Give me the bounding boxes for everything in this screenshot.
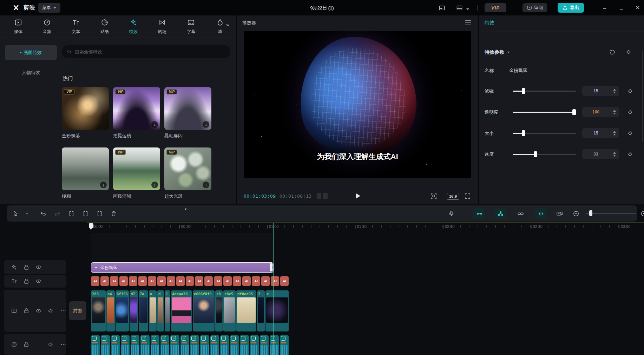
eye-icon[interactable] (35, 264, 42, 270)
category-scene-effects[interactable]: 画面特效 (5, 45, 57, 60)
export-button[interactable]: 导出 (558, 3, 584, 13)
tab-sticker[interactable]: 贴纸 (92, 15, 117, 38)
aspect-ratio-button[interactable]: 16:9 (447, 193, 459, 200)
keyframe-pack-button[interactable] (494, 208, 506, 219)
eye-icon[interactable] (35, 308, 42, 314)
video-clip[interactable]: 4deaa30 (171, 290, 192, 331)
frame-step-icon[interactable] (317, 193, 321, 199)
keyframe-diamond-icon[interactable] (626, 150, 634, 158)
player-menu-icon[interactable] (465, 20, 471, 25)
download-icon[interactable]: ↓ (203, 182, 209, 188)
video-clip[interactable]: 283 (91, 290, 106, 331)
redo-button[interactable] (52, 209, 62, 218)
effect-card[interactable]: VIP ↓ 摇晃运镜 (113, 87, 160, 139)
audio-clip[interactable]: ♫ (140, 335, 149, 355)
audio-clip[interactable]: ♫ (240, 335, 249, 355)
review-button[interactable]: 审阅 (523, 3, 547, 12)
keyframe-diamond-icon[interactable] (626, 108, 634, 116)
preview-quality-icon[interactable] (431, 193, 437, 201)
split-right-button[interactable] (94, 209, 104, 218)
video-clip[interactable]: a (149, 290, 157, 331)
search-input[interactable] (75, 49, 225, 54)
text-clip[interactable]: AI (100, 276, 109, 286)
zoom-fit-button[interactable] (638, 208, 644, 219)
playhead-pin[interactable] (89, 223, 93, 228)
text-clip[interactable]: AI (148, 276, 156, 286)
text-clip[interactable]: AI (167, 276, 175, 286)
audio-clip[interactable]: ♫ (131, 335, 139, 355)
effect-card[interactable]: VIP ↓ 超大光斑 (164, 147, 211, 199)
slider-thumb[interactable] (534, 151, 537, 157)
effect-params-header[interactable]: 特效参数 (485, 49, 510, 55)
text-clip[interactable]: AI (129, 276, 137, 286)
download-icon[interactable]: ↓ (151, 121, 158, 128)
auto-snap-button[interactable] (473, 208, 485, 219)
audio-clip[interactable]: ♫ (250, 335, 259, 355)
download-icon[interactable]: ↓ (151, 182, 158, 188)
tab-filter[interactable]: 滤 (207, 15, 232, 38)
audio-clip[interactable]: ♫ (210, 335, 219, 355)
fullscreen-icon[interactable] (464, 193, 471, 201)
keyframe-diamond-icon[interactable] (624, 48, 633, 56)
text-clip[interactable]: AI (242, 276, 251, 286)
clip-extend-icon[interactable]: › (185, 206, 186, 211)
audio-clip[interactable]: ♫ (200, 335, 209, 355)
keyframe-diamond-icon[interactable] (626, 129, 634, 137)
video-clip[interactable]: df0ed95 (236, 290, 256, 331)
eye-icon[interactable] (35, 278, 42, 284)
zoom-slider-thumb[interactable] (589, 210, 592, 216)
slider-size[interactable] (513, 133, 576, 134)
timeline-ruler[interactable]: 00:0000:3001:0001:3002:0002:3003:00 (0, 222, 644, 233)
tab-captions[interactable]: 字幕 (178, 15, 204, 38)
slider-value[interactable]: 15 (582, 128, 610, 138)
audio-clip[interactable]: ♫ (121, 335, 130, 355)
effect-card[interactable]: VIP 金粉飘落 (62, 87, 109, 139)
text-clip[interactable]: AI (186, 276, 194, 286)
lock-icon[interactable] (23, 264, 29, 270)
maximize-button[interactable] (618, 4, 625, 11)
slider-thumb[interactable] (572, 109, 576, 115)
display-mode-icon[interactable] (438, 4, 446, 12)
stepper[interactable] (610, 86, 619, 96)
stepper[interactable] (610, 128, 619, 138)
workspace-layout-icon[interactable] (455, 4, 464, 12)
video-clip[interactable]: e4 (106, 290, 115, 331)
speaker-icon[interactable] (48, 341, 54, 348)
slider-value[interactable]: 33 (582, 149, 610, 159)
video-clip[interactable]: 1 (165, 290, 170, 331)
video-clip[interactable]: 6f156 (116, 290, 129, 331)
download-icon[interactable]: ↓ (203, 121, 209, 128)
effect-card[interactable]: ↓ 模糊 (62, 147, 109, 199)
split-left-button[interactable] (80, 209, 90, 218)
audio-clip[interactable]: ♫ (180, 335, 189, 355)
linkage-button[interactable] (514, 208, 526, 219)
dots-icon[interactable] (60, 341, 66, 348)
search-box[interactable] (62, 45, 230, 58)
audio-clip[interactable]: ♫ (190, 335, 199, 355)
minimize-button[interactable]: – (601, 4, 608, 11)
speaker-icon[interactable] (48, 308, 54, 314)
dots-icon[interactable] (60, 308, 66, 314)
frame-step-icon[interactable] (323, 193, 328, 199)
split-button[interactable] (66, 209, 76, 218)
tab-text[interactable]: 文本 (63, 15, 88, 38)
category-person-effects[interactable]: 人物特效 (5, 65, 57, 80)
text-clip[interactable]: AI (157, 276, 166, 286)
lock-icon[interactable] (23, 278, 29, 284)
audio-clip[interactable]: ♫ (160, 335, 169, 355)
undo-button[interactable] (38, 209, 48, 218)
text-clip[interactable]: AI (204, 276, 213, 286)
slider-speed[interactable] (513, 154, 576, 155)
audio-clip[interactable]: ♫ (220, 335, 229, 355)
text-clip[interactable]: AI (280, 276, 289, 286)
layout-caret-icon[interactable] (466, 8, 469, 12)
select-tool-button[interactable] (11, 209, 20, 218)
more-tabs-icon[interactable]: » (226, 22, 228, 28)
slider-thumb[interactable] (522, 88, 525, 94)
download-icon[interactable]: ↓ (100, 182, 107, 188)
audio-clip[interactable]: ♫ (280, 335, 289, 355)
audio-clip[interactable]: ♫ (151, 335, 159, 355)
audio-clip[interactable]: ♫ (101, 335, 110, 355)
zoom-out-button[interactable] (570, 208, 582, 219)
text-clip[interactable]: AI (223, 276, 232, 286)
